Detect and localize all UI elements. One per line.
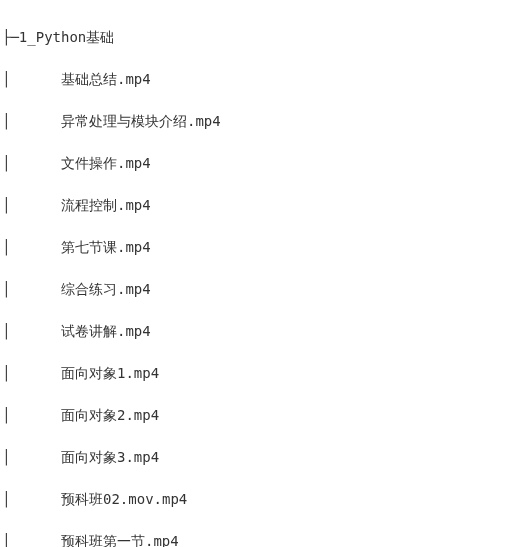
tree-file: │ 综合练习.mp4 bbox=[2, 279, 516, 300]
tree-file: │ 基础总结.mp4 bbox=[2, 69, 516, 90]
directory-tree: ├─1_Python基础 │ 基础总结.mp4 │ 异常处理与模块介绍.mp4 … bbox=[0, 0, 518, 547]
folder-header: ├─1_Python基础 bbox=[2, 27, 516, 48]
tree-file: │ 文件操作.mp4 bbox=[2, 153, 516, 174]
tree-file: │ 面向对象1.mp4 bbox=[2, 363, 516, 384]
tree-file: │ 异常处理与模块介绍.mp4 bbox=[2, 111, 516, 132]
tree-file: │ 预科班02.mov.mp4 bbox=[2, 489, 516, 510]
tree-file: │ 试卷讲解.mp4 bbox=[2, 321, 516, 342]
tree-file: │ 流程控制.mp4 bbox=[2, 195, 516, 216]
tree-file: │ 面向对象2.mp4 bbox=[2, 405, 516, 426]
tree-file: │ 面向对象3.mp4 bbox=[2, 447, 516, 468]
tree-file: │ 预科班第一节.mp4 bbox=[2, 531, 516, 547]
tree-file: │ 第七节课.mp4 bbox=[2, 237, 516, 258]
